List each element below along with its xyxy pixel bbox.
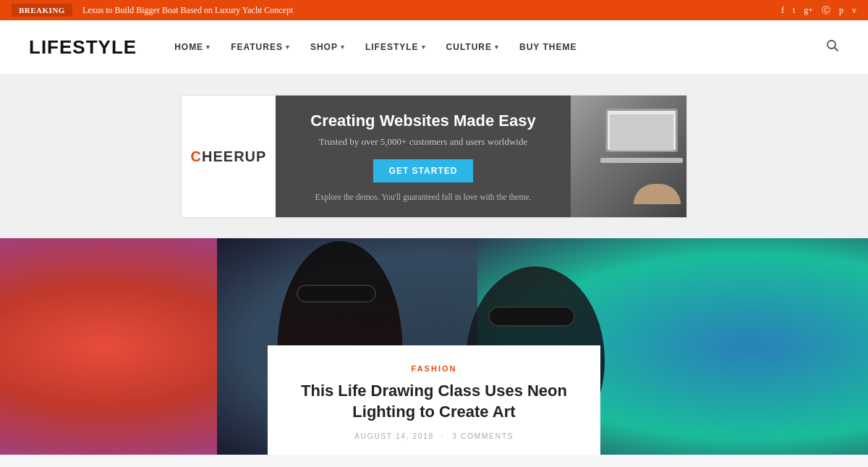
article-title[interactable]: This Life Drawing Class Uses Neon Lighti… [294, 380, 574, 423]
hero-image: FASHION This Life Drawing Class Uses Neo… [0, 238, 868, 455]
chevron-down-icon: ▾ [341, 43, 345, 51]
hero-section: FASHION This Life Drawing Class Uses Neo… [0, 238, 868, 455]
svg-line-1 [835, 48, 838, 51]
ad-content: Creating Websites Made Easy Trusted by o… [276, 96, 571, 217]
nav-item-home[interactable]: HOME ▾ [166, 36, 219, 58]
chevron-down-icon: ▾ [286, 43, 290, 51]
article-date: AUGUST 14, 2018 [354, 432, 434, 440]
chevron-down-icon: ▾ [495, 43, 499, 51]
breaking-bar: BREAKING Lexus to Build Bigger Boat Base… [0, 0, 868, 20]
googleplus-icon[interactable]: g+ [804, 5, 813, 16]
pinterest-icon[interactable]: p [839, 5, 843, 16]
header: LIFESTYLE HOME ▾ FEATURES ▾ SHOP ▾ LIFES… [0, 20, 868, 75]
nav-label-features: FEATURES [231, 42, 283, 52]
search-button[interactable] [826, 39, 839, 55]
ad-banner: CHEERUP Creating Websites Made Easy Trus… [181, 95, 687, 218]
article-comments[interactable]: 3 COMMENTS [452, 432, 514, 440]
instagram-icon[interactable]: Ⓒ [822, 4, 830, 17]
nav-label-culture: CULTURE [446, 42, 492, 52]
facebook-icon[interactable]: f [781, 5, 784, 16]
cheerup-rest: HEERUP [202, 148, 266, 164]
nav-label-lifestyle: LIFESTYLE [365, 42, 419, 52]
ad-section: CHEERUP Creating Websites Made Easy Trus… [0, 75, 868, 238]
ad-cta-button[interactable]: GET STARTED [373, 159, 474, 182]
cheerup-c: C [191, 148, 202, 164]
twitter-icon[interactable]: t [793, 5, 795, 16]
meta-separator: · [441, 432, 444, 440]
ad-footer-text: Explore the demos. You'll guaranteed fal… [315, 193, 532, 201]
nav-item-culture[interactable]: CULTURE ▾ [438, 36, 508, 58]
breaking-label: BREAKING [12, 4, 72, 17]
ad-subtitle: Trusted by over 5,000+ customers and use… [319, 136, 527, 148]
vimeo-icon[interactable]: v [852, 5, 856, 16]
nav-item-lifestyle[interactable]: LIFESTYLE ▾ [357, 36, 435, 58]
social-icons: f t g+ Ⓒ p v [781, 4, 856, 17]
breaking-text[interactable]: Lexus to Build Bigger Boat Based on Luxu… [82, 5, 781, 16]
ad-logo-area: CHEERUP [182, 96, 276, 217]
nav-item-features[interactable]: FEATURES ▾ [222, 36, 299, 58]
article-meta: AUGUST 14, 2018 · 3 COMMENTS [294, 432, 574, 440]
ad-title: Creating Websites Made Easy [310, 112, 535, 130]
article-category[interactable]: FASHION [294, 364, 574, 373]
main-nav: HOME ▾ FEATURES ▾ SHOP ▾ LIFESTYLE ▾ CUL… [166, 36, 826, 58]
nav-item-shop[interactable]: SHOP ▾ [302, 36, 354, 58]
nav-label-buy-theme: BUY THEME [519, 42, 576, 52]
nav-item-buy-theme[interactable]: BUY THEME [511, 36, 585, 58]
nav-label-shop: SHOP [310, 42, 338, 52]
article-card: FASHION This Life Drawing Class Uses Neo… [268, 345, 600, 455]
chevron-down-icon: ▾ [422, 43, 426, 51]
site-logo[interactable]: LIFESTYLE [29, 36, 137, 59]
ad-image-area [571, 96, 686, 217]
cheerup-logo: CHEERUP [191, 148, 267, 165]
nav-label-home: HOME [174, 42, 203, 52]
chevron-down-icon: ▾ [206, 43, 210, 51]
